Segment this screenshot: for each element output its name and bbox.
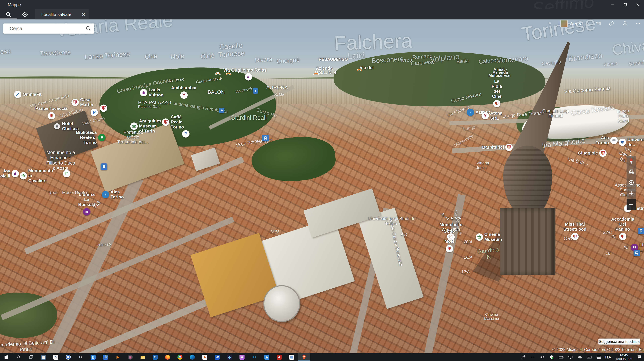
locate-me-icon[interactable] [626, 177, 636, 188]
tray-network-icon[interactable] [566, 353, 575, 361]
taskbar-app-firefox[interactable] [161, 353, 174, 361]
search-submit[interactable] [82, 26, 94, 32]
taskbar-clock[interactable]: 14:45 13/09/2022 [613, 353, 634, 361]
badge-blue-icon[interactable]: ◔ [467, 109, 474, 116]
restaurant-icon[interactable]: Ψ [571, 233, 578, 240]
museum-icon[interactable] [476, 233, 483, 241]
taskbar-app-wordpad[interactable]: A [198, 353, 211, 361]
taskbar-app-media-player[interactable]: ▶ [112, 353, 124, 361]
badge-blue-icon[interactable]: ◔ [102, 191, 109, 198]
arch-icon[interactable] [312, 69, 320, 77]
taskbar-app-acrobat[interactable]: A [273, 353, 286, 361]
compass-icon[interactable] [626, 156, 636, 166]
restaurant-icon[interactable]: Ψ [505, 144, 513, 151]
tray-hidden-icons-icon[interactable] [528, 353, 538, 361]
tab-close-icon[interactable]: ✕ [78, 12, 88, 17]
museum-icon[interactable] [20, 172, 27, 180]
book-purple-icon[interactable] [83, 208, 90, 216]
more-button[interactable] [634, 20, 642, 27]
restaurant-icon[interactable]: Ψ [72, 99, 79, 106]
directions-tab[interactable] [17, 10, 34, 20]
arch-icon[interactable] [225, 69, 232, 77]
tray-keyboard-icon[interactable] [585, 353, 594, 361]
shop-icon[interactable] [245, 73, 252, 80]
zoom-out-button[interactable] [626, 198, 636, 210]
taskbar-app-outlook[interactable]: O [149, 353, 161, 361]
taskbar-app-magnifier[interactable]: 🔎 [99, 353, 112, 361]
restaurant-icon[interactable]: Ψ [48, 112, 55, 120]
restore-button[interactable] [619, 0, 632, 10]
taskbar-app-stocks[interactable]: ∿ [50, 353, 62, 361]
taskbar-app-word[interactable]: W [211, 353, 224, 361]
search-tab[interactable] [0, 10, 17, 20]
zoom-in-button[interactable] [626, 188, 636, 198]
taskbar-app-quick-assist[interactable]: ▣ [124, 353, 136, 361]
action-center-icon[interactable] [634, 353, 644, 361]
arch-icon[interactable] [214, 69, 222, 76]
taskbar-app-scissors[interactable]: ✂ [248, 353, 260, 361]
restaurant-icon[interactable]: Ψ [619, 233, 626, 240]
sign-icon[interactable] [219, 108, 224, 113]
parking-icon[interactable]: P [90, 109, 98, 116]
train-icon[interactable] [100, 164, 107, 170]
taskbar-app-edge[interactable] [186, 353, 198, 361]
gym-icon[interactable] [14, 91, 21, 98]
map-style-selector[interactable]: Aerea [560, 20, 589, 28]
taskbar-app-your-phone[interactable]: ▯ [87, 353, 99, 361]
minimize-button[interactable] [606, 0, 619, 10]
taskbar-app-start[interactable] [0, 353, 12, 361]
restaurant-icon[interactable]: Ψ [100, 104, 107, 112]
museum-icon[interactable] [130, 122, 138, 130]
tilt-view-icon[interactable] [626, 166, 636, 177]
tray-battery-icon[interactable] [556, 353, 566, 361]
favorites-button[interactable] [595, 20, 602, 28]
wine-icon[interactable]: Y [482, 112, 489, 120]
restaurant-icon[interactable]: Ψ [599, 150, 606, 157]
tray-touchpad-icon[interactable] [594, 353, 604, 361]
cocktail-icon[interactable]: Y [180, 92, 188, 99]
taskbar-app-store[interactable]: ⊞ [286, 353, 298, 361]
taskbar-app-photoshop-elements[interactable]: ◆ [224, 353, 236, 361]
shop-icon[interactable] [12, 170, 19, 177]
tab-saved-places[interactable]: Località salvate ✕ [35, 10, 88, 20]
street-label: Monumento a Emanuele Filiberto Duca d'Ao… [46, 150, 75, 171]
tray-language-indicator[interactable]: ITA [604, 353, 613, 361]
map-viewport[interactable]: Venaria RealeFalcheraTorineseChivassoLas… [0, 0, 644, 361]
street-label: Cinema Massimo [484, 312, 499, 321]
house-number: 13 BIS/E [445, 216, 462, 221]
train-icon[interactable] [638, 228, 644, 234]
sign-icon[interactable] [253, 88, 258, 94]
taskbar-app-task-view[interactable] [25, 353, 37, 361]
bus-icon[interactable] [634, 250, 640, 256]
badge-gray-icon[interactable]: ▣ [54, 123, 60, 129]
tray-security-icon[interactable] [547, 353, 556, 361]
shop-icon[interactable] [140, 89, 147, 96]
ink-button[interactable] [608, 20, 616, 27]
taskbar-app-file-explorer[interactable] [136, 353, 149, 361]
taskbar-app-search[interactable] [12, 353, 25, 361]
tray-onedrive-icon[interactable] [575, 353, 585, 361]
parking-icon[interactable]: P [182, 130, 190, 138]
university-icon[interactable] [619, 138, 626, 146]
taskbar-app-maps[interactable] [298, 353, 310, 361]
arch-icon[interactable] [356, 66, 363, 73]
search-input[interactable] [10, 26, 82, 31]
taskbar-app-affinity-photo[interactable]: A [236, 353, 248, 361]
taskbar-app-snipping-tool[interactable]: ✂ [74, 353, 87, 361]
restaurant-icon[interactable]: Ψ [493, 100, 500, 107]
account-button[interactable] [621, 20, 628, 27]
taskbar-app-calculator[interactable]: ▦ [37, 353, 50, 361]
taskbar-app-photos[interactable]: ⛰ [260, 353, 273, 361]
card-icon[interactable] [610, 137, 618, 144]
suggest-edit-button[interactable]: Suggerisci una modifica [598, 338, 640, 344]
tray-people-icon[interactable] [519, 353, 528, 361]
train-icon[interactable] [262, 135, 269, 142]
taskbar-app-loop[interactable] [62, 353, 74, 361]
book-green-icon[interactable] [98, 134, 106, 141]
close-button[interactable] [632, 0, 644, 10]
taskbar-app-chrome[interactable] [174, 353, 186, 361]
restaurant-icon[interactable]: Ψ [162, 118, 170, 126]
museum-icon[interactable] [63, 170, 70, 177]
restaurant-icon[interactable]: Ψ [446, 245, 453, 252]
tray-volume-icon[interactable] [538, 353, 547, 361]
